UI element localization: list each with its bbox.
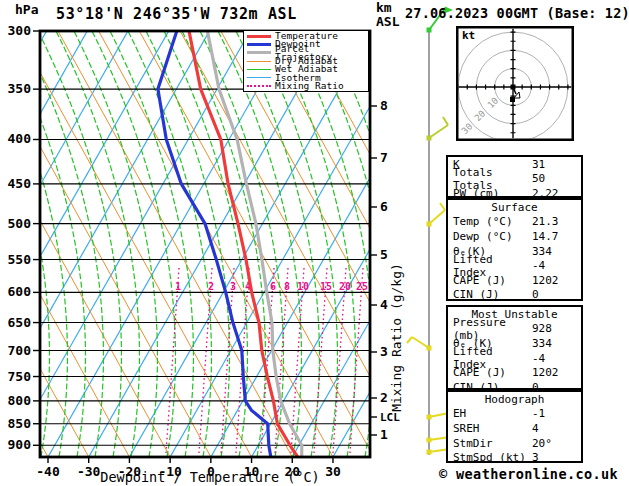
plot-frame bbox=[40, 31, 370, 457]
mixing-ratio-value: 8 bbox=[284, 281, 290, 292]
table-row-value: 14.7 bbox=[532, 230, 581, 243]
km-tick-label: 4 bbox=[380, 297, 388, 312]
pressure-tick-label: 500 bbox=[8, 216, 32, 231]
wind-barb bbox=[407, 337, 432, 351]
mixing-ratio-value: 2 bbox=[208, 281, 214, 292]
table-row-value: 31 bbox=[532, 158, 581, 171]
pressure-tick-label: 600 bbox=[8, 284, 32, 299]
pressure-tick-label: 850 bbox=[8, 416, 32, 431]
table-row-label: CIN (J) bbox=[448, 288, 532, 301]
table-row: StmSpd (kt)3 bbox=[448, 450, 581, 465]
pressure-tick-label: 400 bbox=[8, 131, 32, 146]
table-row-value: 1202 bbox=[532, 366, 581, 379]
table-row-value: 1202 bbox=[532, 274, 581, 287]
mixing-ratio-value: 3 bbox=[230, 281, 236, 292]
table-row-value: 4 bbox=[532, 422, 581, 435]
table-row: Totals Totals50 bbox=[448, 172, 581, 187]
table-row: CAPE (J)1202 bbox=[448, 365, 581, 380]
mixing-ratio-value: 6 bbox=[270, 281, 276, 292]
pressure-tick-label: 700 bbox=[8, 343, 32, 358]
wet-adiabat-line bbox=[164, 31, 247, 457]
wind-barb-shaft bbox=[429, 125, 448, 138]
wet-adiabat-line bbox=[56, 31, 139, 457]
table-row: Lifted Index-4 bbox=[448, 258, 581, 273]
mixing-ratio-axis-title: Mixing Ratio (g/kg) bbox=[389, 218, 404, 458]
wind-barb-feather bbox=[443, 117, 448, 125]
wet-adiabat-line bbox=[74, 31, 157, 457]
km-tick-label: 7 bbox=[380, 150, 388, 165]
wet-adiabat-line bbox=[272, 31, 355, 457]
legend-swatch-wet-adiabat bbox=[247, 69, 271, 70]
table-row-value: 3 bbox=[532, 451, 581, 464]
pressure-tick-label: 550 bbox=[8, 252, 32, 267]
table-row-value: 20° bbox=[532, 437, 581, 450]
legend-swatch-dry-adiabat bbox=[247, 61, 271, 62]
wind-barb-shaft bbox=[412, 337, 429, 348]
dry-adiabat-line bbox=[99, 31, 333, 457]
pressure-tick-label: 300 bbox=[8, 23, 32, 38]
dry-adiabat-line bbox=[0, 31, 211, 457]
mixing-ratio-value: 20 bbox=[339, 281, 351, 292]
legend-swatch-temperature bbox=[247, 35, 271, 38]
table-row: CIN (J)0 bbox=[448, 288, 581, 303]
mixing-ratio-value: 10 bbox=[297, 281, 309, 292]
altitude-unit-asl: ASL bbox=[376, 14, 399, 29]
isotherm-line bbox=[0, 31, 209, 457]
table-row-value: -1 bbox=[532, 407, 581, 420]
table-row-label: StmSpd (kt) bbox=[448, 451, 532, 464]
wind-barb bbox=[427, 117, 449, 141]
hodograph-frame bbox=[457, 27, 573, 140]
altitude-unit-label: kmASL bbox=[376, 1, 399, 29]
km-tick-label: 2 bbox=[380, 390, 388, 405]
table-row: Lifted Index-4 bbox=[448, 351, 581, 366]
temp-axis-title: Dewpoint / Temperature (°C) bbox=[85, 469, 335, 485]
hodograph-panel: 102030 bbox=[456, 26, 574, 141]
table-row: StmDir20° bbox=[448, 436, 581, 451]
pressure-tick-label: 650 bbox=[8, 315, 32, 330]
page-title: 53°18'N 246°35'W 732m ASL bbox=[56, 5, 297, 23]
hodograph-trace-marker bbox=[510, 97, 515, 102]
dry-adiabat-line bbox=[17, 31, 251, 457]
pressure-tick-label: 750 bbox=[8, 369, 32, 384]
mixing-ratio-value: 15 bbox=[320, 281, 332, 292]
table-row-label: SREH bbox=[448, 422, 532, 435]
table-row-label: EH bbox=[448, 407, 532, 420]
legend-item: Mixing Ratio bbox=[247, 82, 368, 90]
altitude-unit-km: km bbox=[376, 0, 392, 15]
wet-adiabat-line bbox=[182, 31, 265, 457]
table-row-value: 0 bbox=[532, 288, 581, 301]
table-row-value: 334 bbox=[532, 245, 581, 258]
km-tick-label: 5 bbox=[380, 247, 388, 262]
mixing-ratio-line bbox=[199, 268, 212, 453]
pressure-unit-label: hPa bbox=[15, 2, 38, 17]
dry-adiabat-line bbox=[221, 31, 455, 457]
legend-swatch-parcel-trajectory bbox=[247, 51, 271, 54]
table-row-label: StmDir bbox=[448, 437, 532, 450]
data-table-hodograph: HodographEH-1SREH4StmDir20°StmSpd (kt)3 bbox=[446, 390, 583, 463]
table-row: CAPE (J)1202 bbox=[448, 273, 581, 288]
wet-adiabat-line bbox=[308, 31, 391, 457]
copyright-footer: © weatheronline.co.uk bbox=[439, 466, 618, 482]
table-row: Temp (°C)21.3 bbox=[448, 215, 581, 230]
legend-box: TemperatureDewpointParcel TrajectoryDry … bbox=[243, 30, 369, 92]
table-row: SREH4 bbox=[448, 421, 581, 436]
table-title: Hodograph bbox=[448, 392, 581, 407]
data-table-indices: K31Totals Totals50PW (cm)2.22 bbox=[446, 155, 583, 198]
skewt-screenshot: 1234681015202530035040045050055060065070… bbox=[0, 0, 629, 486]
km-tick-label: 3 bbox=[380, 344, 388, 359]
mixing-ratio-value: 1 bbox=[175, 281, 181, 292]
table-row-label: Temp (°C) bbox=[448, 215, 532, 228]
table-row-label: CAPE (J) bbox=[448, 274, 532, 287]
table-row-value: 334 bbox=[532, 337, 581, 350]
wind-barb-feather bbox=[440, 203, 445, 210]
table-row-value: -4 bbox=[532, 352, 581, 365]
pressure-tick-label: 350 bbox=[8, 81, 32, 96]
wind-barb-shaft bbox=[429, 210, 445, 224]
legend-swatch-isotherm bbox=[247, 77, 271, 78]
wet-adiabat-line bbox=[110, 31, 193, 457]
km-tick-label: 1 bbox=[380, 427, 388, 442]
table-row-value: 50 bbox=[532, 172, 581, 185]
wet-adiabat-line bbox=[362, 31, 445, 457]
pressure-tick-label: 800 bbox=[8, 393, 32, 408]
table-title: Surface bbox=[448, 200, 581, 215]
